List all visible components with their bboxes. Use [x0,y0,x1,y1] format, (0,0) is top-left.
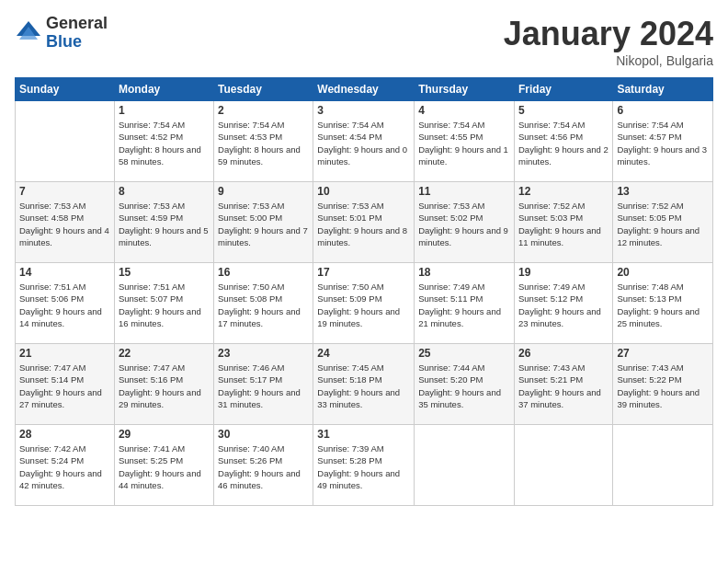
calendar-week-4: 21 Sunrise: 7:47 AMSunset: 5:14 PMDaylig… [16,344,713,425]
day-info: Sunrise: 7:52 AMSunset: 5:03 PMDaylight:… [518,201,601,247]
day-number: 1 [119,104,210,117]
day-number: 29 [119,428,210,441]
day-number: 14 [19,266,110,279]
header: General Blue January 2024 Nikopol, Bulga… [15,15,713,68]
location: Nikopol, Bulgaria [504,53,713,68]
day-number: 13 [617,185,709,198]
day-info: Sunrise: 7:42 AMSunset: 5:24 PMDaylight:… [19,443,102,490]
table-row [16,101,115,182]
table-row: 10 Sunrise: 7:53 AMSunset: 5:01 PMDaylig… [313,182,415,263]
header-monday: Monday [114,78,213,101]
day-number: 3 [317,104,410,117]
table-row: 22 Sunrise: 7:47 AMSunset: 5:16 PMDaylig… [114,344,213,425]
table-row: 8 Sunrise: 7:53 AMSunset: 4:59 PMDayligh… [114,182,213,263]
day-info: Sunrise: 7:45 AMSunset: 5:18 PMDaylight:… [317,362,400,409]
table-row: 5 Sunrise: 7:54 AMSunset: 4:56 PMDayligh… [514,101,612,182]
day-number: 28 [19,428,110,441]
header-thursday: Thursday [415,78,515,101]
table-row: 30 Sunrise: 7:40 AMSunset: 5:26 PMDaylig… [214,425,313,506]
logo-icon [15,19,42,47]
day-info: Sunrise: 7:51 AMSunset: 5:07 PMDaylight:… [119,282,201,328]
table-row: 28 Sunrise: 7:42 AMSunset: 5:24 PMDaylig… [16,425,115,506]
table-row: 19 Sunrise: 7:49 AMSunset: 5:12 PMDaylig… [514,263,612,344]
logo-text: General Blue [46,15,108,52]
header-friday: Friday [514,78,612,101]
calendar-week-2: 7 Sunrise: 7:53 AMSunset: 4:58 PMDayligh… [16,182,713,263]
table-row: 27 Sunrise: 7:43 AMSunset: 5:22 PMDaylig… [613,344,713,425]
page: General Blue January 2024 Nikopol, Bulga… [0,0,728,563]
table-row: 26 Sunrise: 7:43 AMSunset: 5:21 PMDaylig… [514,344,612,425]
header-wednesday: Wednesday [313,78,415,101]
day-info: Sunrise: 7:54 AMSunset: 4:55 PMDaylight:… [418,120,508,167]
calendar-week-5: 28 Sunrise: 7:42 AMSunset: 5:24 PMDaylig… [16,425,713,506]
day-number: 22 [119,347,210,360]
table-row: 31 Sunrise: 7:39 AMSunset: 5:28 PMDaylig… [313,425,415,506]
table-row: 12 Sunrise: 7:52 AMSunset: 5:03 PMDaylig… [514,182,612,263]
month-title: January 2024 [504,15,713,53]
day-info: Sunrise: 7:46 AMSunset: 5:17 PMDaylight:… [218,362,301,409]
table-row: 29 Sunrise: 7:41 AMSunset: 5:25 PMDaylig… [114,425,213,506]
header-sunday: Sunday [16,78,115,101]
day-info: Sunrise: 7:53 AMSunset: 4:59 PMDaylight:… [119,201,209,247]
table-row [613,425,713,506]
day-number: 9 [218,185,309,198]
day-info: Sunrise: 7:53 AMSunset: 5:02 PMDaylight:… [418,201,508,247]
day-number: 6 [617,104,709,117]
table-row: 13 Sunrise: 7:52 AMSunset: 5:05 PMDaylig… [613,182,713,263]
day-number: 15 [119,266,210,279]
day-info: Sunrise: 7:49 AMSunset: 5:12 PMDaylight:… [518,282,601,328]
day-info: Sunrise: 7:53 AMSunset: 5:00 PMDaylight:… [218,201,308,247]
day-info: Sunrise: 7:53 AMSunset: 4:58 PMDaylight:… [19,201,109,247]
day-number: 4 [418,104,510,117]
title-block: January 2024 Nikopol, Bulgaria [504,15,713,68]
table-row: 17 Sunrise: 7:50 AMSunset: 5:09 PMDaylig… [313,263,415,344]
day-info: Sunrise: 7:54 AMSunset: 4:57 PMDaylight:… [617,120,707,167]
day-number: 7 [19,185,110,198]
table-row: 15 Sunrise: 7:51 AMSunset: 5:07 PMDaylig… [114,263,213,344]
table-row: 24 Sunrise: 7:45 AMSunset: 5:18 PMDaylig… [313,344,415,425]
table-row: 9 Sunrise: 7:53 AMSunset: 5:00 PMDayligh… [214,182,313,263]
table-row: 21 Sunrise: 7:47 AMSunset: 5:14 PMDaylig… [16,344,115,425]
table-row: 11 Sunrise: 7:53 AMSunset: 5:02 PMDaylig… [415,182,515,263]
table-row: 3 Sunrise: 7:54 AMSunset: 4:54 PMDayligh… [313,101,415,182]
calendar-week-3: 14 Sunrise: 7:51 AMSunset: 5:06 PMDaylig… [16,263,713,344]
day-info: Sunrise: 7:50 AMSunset: 5:09 PMDaylight:… [317,282,400,328]
calendar-header-row: Sunday Monday Tuesday Wednesday Thursday… [16,78,713,101]
day-info: Sunrise: 7:52 AMSunset: 5:05 PMDaylight:… [617,201,700,247]
day-info: Sunrise: 7:54 AMSunset: 4:56 PMDaylight:… [518,120,609,167]
table-row [415,425,515,506]
day-info: Sunrise: 7:54 AMSunset: 4:53 PMDaylight:… [218,120,301,167]
table-row: 23 Sunrise: 7:46 AMSunset: 5:17 PMDaylig… [214,344,313,425]
table-row: 25 Sunrise: 7:44 AMSunset: 5:20 PMDaylig… [415,344,515,425]
logo-blue-text: Blue [46,33,108,52]
calendar-week-1: 1 Sunrise: 7:54 AMSunset: 4:52 PMDayligh… [16,101,713,182]
day-number: 2 [218,104,309,117]
day-info: Sunrise: 7:53 AMSunset: 5:01 PMDaylight:… [317,201,407,247]
day-number: 18 [418,266,510,279]
day-number: 23 [218,347,309,360]
table-row: 20 Sunrise: 7:48 AMSunset: 5:13 PMDaylig… [613,263,713,344]
table-row [514,425,612,506]
table-row: 2 Sunrise: 7:54 AMSunset: 4:53 PMDayligh… [214,101,313,182]
day-info: Sunrise: 7:47 AMSunset: 5:16 PMDaylight:… [119,362,201,409]
day-number: 27 [617,347,709,360]
calendar-table: Sunday Monday Tuesday Wednesday Thursday… [15,77,713,506]
day-number: 11 [418,185,510,198]
table-row: 7 Sunrise: 7:53 AMSunset: 4:58 PMDayligh… [16,182,115,263]
day-number: 8 [119,185,210,198]
day-info: Sunrise: 7:47 AMSunset: 5:14 PMDaylight:… [19,362,102,409]
day-info: Sunrise: 7:54 AMSunset: 4:54 PMDaylight:… [317,120,407,167]
day-number: 31 [317,428,410,441]
day-number: 20 [617,266,709,279]
table-row: 16 Sunrise: 7:50 AMSunset: 5:08 PMDaylig… [214,263,313,344]
day-info: Sunrise: 7:43 AMSunset: 5:21 PMDaylight:… [518,362,601,409]
day-number: 24 [317,347,410,360]
day-number: 12 [518,185,609,198]
table-row: 4 Sunrise: 7:54 AMSunset: 4:55 PMDayligh… [415,101,515,182]
day-number: 19 [518,266,609,279]
header-tuesday: Tuesday [214,78,313,101]
logo: General Blue [15,15,108,52]
table-row: 14 Sunrise: 7:51 AMSunset: 5:06 PMDaylig… [16,263,115,344]
table-row: 6 Sunrise: 7:54 AMSunset: 4:57 PMDayligh… [613,101,713,182]
day-number: 10 [317,185,410,198]
